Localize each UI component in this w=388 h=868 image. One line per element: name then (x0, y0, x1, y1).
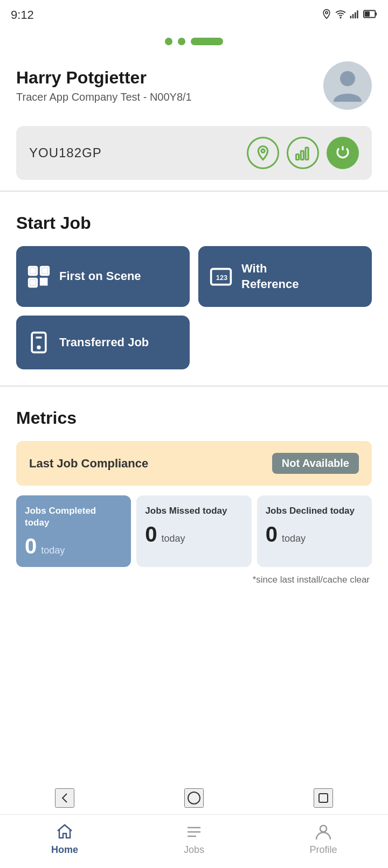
svg-rect-7 (375, 12, 377, 16)
jobs-completed-card: Jobs Completed today 0 today (16, 495, 131, 567)
nav-item-profile[interactable]: Profile (259, 822, 388, 856)
profile-info: Harry Potgietter Tracer App Company Test… (16, 68, 192, 103)
indicator-dash (191, 38, 223, 45)
start-job-title: Start Job (16, 213, 372, 233)
svg-point-36 (320, 825, 327, 832)
jobs-nav-icon (184, 822, 204, 842)
jobs-completed-value-row: 0 today (25, 534, 122, 558)
svg-rect-13 (306, 148, 308, 160)
jobs-missed-card: Jobs Missed today 0 today (136, 495, 251, 567)
jobs-declined-card: Jobs Declined today 0 today (257, 495, 372, 567)
battery-status-icon (363, 9, 377, 21)
back-icon (57, 790, 72, 806)
svg-point-0 (325, 11, 328, 13)
home-sys-button[interactable] (184, 788, 204, 808)
profile-company: Tracer App Company Test - N00Y8/1 (16, 91, 192, 103)
jobs-completed-title: Jobs Completed today (25, 505, 122, 529)
svg-point-10 (261, 149, 265, 152)
profile-section: Harry Potgietter Tracer App Company Test… (0, 51, 388, 121)
jobs-missed-value: 0 (145, 522, 157, 547)
power-btn-icon (335, 145, 351, 161)
avatar-icon (331, 67, 364, 104)
location-btn-icon (255, 145, 271, 161)
transferred-job-button[interactable]: Transferred Job (16, 316, 190, 369)
jobs-missed-value-row: 0 today (145, 522, 242, 547)
svg-rect-12 (301, 151, 303, 159)
tracker-id: YOU182GP (29, 145, 102, 160)
divider-2 (0, 386, 388, 387)
metrics-note: *since last install/cache clear (16, 575, 372, 585)
nav-label-profile: Profile (309, 844, 337, 856)
location-status-icon (321, 9, 332, 22)
system-nav-bar (0, 782, 388, 814)
recent-button[interactable] (314, 788, 333, 808)
home-circle-icon (186, 790, 202, 806)
nav-item-jobs[interactable]: Jobs (129, 822, 259, 856)
home-nav-icon (55, 822, 74, 842)
svg-rect-3 (352, 14, 354, 18)
tracker-card: YOU182GP (16, 126, 372, 180)
phone-icon (27, 331, 51, 354)
svg-rect-11 (296, 155, 299, 160)
status-time: 9:12 (11, 8, 34, 22)
compliance-bar: Last Job Compliance Not Available (16, 441, 372, 486)
wifi-status-icon (335, 9, 346, 22)
metrics-title: Metrics (16, 408, 372, 428)
jobs-completed-value: 0 (25, 534, 37, 558)
jobs-declined-value: 0 (266, 522, 278, 547)
jobs-declined-value-row: 0 today (266, 522, 363, 547)
nav-label-home: Home (51, 844, 78, 856)
qr-code-icon (27, 265, 51, 289)
nav-label-jobs: Jobs (184, 844, 204, 856)
page-indicators (0, 27, 388, 51)
profile-nav-icon (314, 822, 333, 842)
jobs-missed-unit: today (162, 533, 185, 544)
stats-btn-icon (295, 145, 311, 161)
status-bar: 9:12 (0, 0, 388, 27)
jobs-missed-title: Jobs Missed today (145, 505, 242, 517)
svg-rect-5 (357, 10, 358, 18)
jobs-declined-unit: today (282, 533, 306, 544)
stats-button[interactable] (287, 137, 319, 169)
bottom-nav: Home Jobs Profile (0, 814, 388, 868)
job-buttons-grid: First on Scene 123 WithReference (16, 246, 372, 307)
nav-item-home[interactable]: Home (0, 822, 129, 856)
indicator-dot-2 (178, 38, 185, 45)
metrics-grid: Jobs Completed today 0 today Jobs Missed… (16, 495, 372, 567)
svg-point-30 (38, 347, 40, 349)
tracker-buttons (247, 137, 359, 169)
with-reference-button[interactable]: 123 WithReference (198, 246, 372, 307)
recent-icon (316, 790, 331, 806)
svg-rect-2 (350, 16, 352, 18)
status-icons (321, 9, 377, 22)
transferred-job-wrapper: Transferred Job (16, 316, 190, 369)
compliance-badge: Not Available (272, 453, 359, 474)
start-job-section: Start Job First on Scen (0, 197, 388, 380)
svg-rect-8 (365, 11, 370, 16)
power-button[interactable] (327, 137, 359, 169)
location-button[interactable] (247, 137, 279, 169)
svg-point-31 (188, 792, 200, 804)
svg-text:123: 123 (216, 273, 227, 281)
jobs-declined-title: Jobs Declined today (266, 505, 363, 517)
indicator-dot-1 (165, 38, 172, 45)
avatar[interactable] (323, 61, 372, 110)
first-on-scene-button[interactable]: First on Scene (16, 246, 190, 307)
transferred-job-label: Transferred Job (59, 335, 149, 351)
profile-name: Harry Potgietter (16, 68, 192, 88)
svg-rect-17 (31, 269, 34, 272)
jobs-completed-unit: today (41, 545, 65, 556)
back-button[interactable] (55, 788, 74, 808)
metrics-section: Metrics Last Job Compliance Not Availabl… (0, 392, 388, 596)
svg-rect-18 (43, 269, 46, 272)
svg-point-1 (340, 17, 341, 18)
divider-1 (0, 191, 388, 192)
svg-rect-4 (355, 12, 356, 18)
signal-status-icon (349, 9, 360, 22)
with-reference-label: WithReference (241, 261, 299, 292)
first-on-scene-label: First on Scene (59, 269, 141, 284)
svg-rect-32 (319, 794, 328, 802)
svg-rect-19 (31, 281, 34, 284)
reference-icon: 123 (209, 265, 233, 289)
compliance-label: Last Job Compliance (29, 457, 148, 471)
